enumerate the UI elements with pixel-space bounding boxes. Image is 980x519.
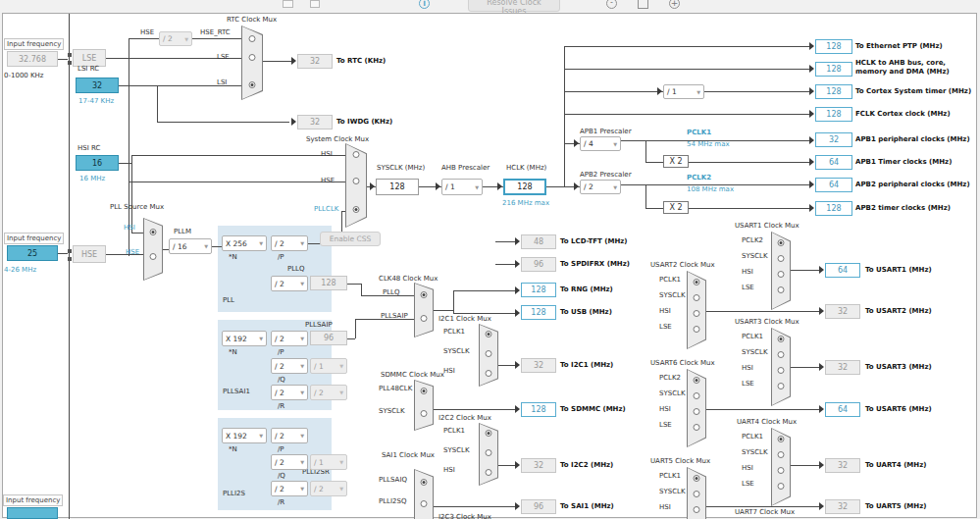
usart1-clock-mux-input-0[interactable] xyxy=(778,239,785,246)
label-usart1-clock-mux: USART1 Clock Mux xyxy=(735,222,799,230)
apb1-timer-multiplier: X 2 xyxy=(663,155,689,168)
usart3-clock-mux-input-1[interactable] xyxy=(778,351,785,358)
wire xyxy=(129,182,345,182)
sdmmc-clock-mux-input-0[interactable] xyxy=(421,388,428,394)
usart2-clock-mux-input-2[interactable] xyxy=(694,310,700,317)
arrowhead xyxy=(515,309,520,317)
plli2s-r-select[interactable]: / 2 xyxy=(271,481,308,496)
system-clock-mux-input-1[interactable] xyxy=(353,178,360,184)
toolbar-icon-2[interactable] xyxy=(310,0,320,8)
pll-source-mux-input-0[interactable] xyxy=(150,229,157,235)
arrowhead xyxy=(515,461,520,469)
label-sysclk: SYSCLK xyxy=(742,252,768,260)
usart6-clock-mux-input-3[interactable] xyxy=(694,424,700,431)
usart2-clock-mux-input-1[interactable] xyxy=(694,294,700,301)
wire xyxy=(131,163,132,233)
sdmmc-clock-mux-input-1[interactable] xyxy=(421,410,428,417)
usart1-clock-mux-input-2[interactable] xyxy=(778,271,785,278)
label-sysclk: SYSCLK xyxy=(659,291,686,299)
usart6-clock-mux-input-2[interactable] xyxy=(694,408,700,415)
pllsai-divq-select: / 1 xyxy=(310,358,347,374)
clk48-clock-mux-input-0[interactable] xyxy=(421,291,428,298)
pll-n-select[interactable]: X 256 xyxy=(222,235,267,251)
pllsai-divq-select-value: / 1 xyxy=(314,362,324,371)
label-hsi: HSI xyxy=(443,466,455,474)
rtc-clock-mux-input-1[interactable] xyxy=(249,54,256,61)
apb1-prescaler-select-value: / 4 xyxy=(584,139,593,148)
pllsai-p-select[interactable]: / 2 xyxy=(271,331,308,346)
cortex-prescaler-select[interactable]: / 1 xyxy=(663,84,704,99)
pllsai-divr-select-value: / 2 xyxy=(314,389,324,397)
label-n: *N xyxy=(229,253,237,261)
usart3-clock-mux-input-2[interactable] xyxy=(778,367,785,374)
arrowhead xyxy=(809,42,814,50)
label-usart6-clock-mux: USART6 Clock Mux xyxy=(650,359,715,367)
zoom-fit-icon[interactable] xyxy=(638,0,648,9)
uart5-clock-mux-input-1[interactable] xyxy=(694,491,700,497)
label-uart4-clock-mux: UART4 Clock Mux xyxy=(737,418,797,426)
plli2s-n-select[interactable]: X 192 xyxy=(222,428,267,443)
hse-oscillator-block[interactable]: HSE xyxy=(73,245,106,263)
resolve-clock-issues-button[interactable]: Resolve Clock Issues xyxy=(468,0,560,12)
usart6-clock-mux-input-0[interactable] xyxy=(694,377,700,384)
wire xyxy=(131,155,132,163)
apb1-prescaler-select[interactable]: / 4 xyxy=(580,136,621,151)
i2c1-clock-mux-input-0[interactable] xyxy=(486,331,492,337)
uart4-clock-mux-input-1[interactable] xyxy=(778,451,785,458)
label-to-iwdg-khz: To IWDG (KHz) xyxy=(336,118,392,126)
i2c2-clock-mux-input-1[interactable] xyxy=(486,449,492,456)
uart5-clock-mux-input-0[interactable] xyxy=(694,475,700,482)
hse-input-freq[interactable]: 25 xyxy=(7,245,58,261)
sai1-clock-mux-input-0[interactable] xyxy=(421,479,428,486)
i2c2-clock-mux-input-0[interactable] xyxy=(486,430,492,437)
toolbar-icon-1[interactable] xyxy=(283,0,293,8)
uart5-clock-mux-input-2[interactable] xyxy=(694,506,700,513)
usart1-clock-mux-input-1[interactable] xyxy=(778,255,785,262)
pll-p-select[interactable]: / 2 xyxy=(271,235,308,251)
hsi-freq-box[interactable]: 16 xyxy=(76,155,119,171)
arrowhead xyxy=(657,87,662,95)
osc-pin xyxy=(68,53,72,57)
i2c2-clock-mux-input-2[interactable] xyxy=(486,469,492,476)
label-pclk1: PCLK1 xyxy=(443,328,465,336)
system-clock-mux-input-0[interactable] xyxy=(353,151,360,158)
rtc-clock-mux-input-2[interactable] xyxy=(249,81,256,88)
plli2s-q-select[interactable]: / 2 xyxy=(271,454,308,470)
pllsai-n-select[interactable]: X 192 xyxy=(222,331,267,346)
usart3-clock-mux-input-0[interactable] xyxy=(778,336,785,342)
lsi-freq-box[interactable]: 32 xyxy=(76,78,119,93)
apb2-prescaler-select[interactable]: / 2 xyxy=(580,180,621,194)
i2c1-clock-mux-input-2[interactable] xyxy=(486,370,492,377)
i2c1-clock-mux-input-1[interactable] xyxy=(486,350,492,357)
uart4-clock-mux xyxy=(771,428,791,506)
wire xyxy=(791,270,819,271)
usart2-clock-mux-input-3[interactable] xyxy=(694,326,700,333)
clk48-clock-mux-input-1[interactable] xyxy=(421,315,428,322)
system-clock-mux-input-2[interactable] xyxy=(353,206,360,213)
usart3-clock-mux-input-3[interactable] xyxy=(778,383,785,389)
rtc-clock-mux-input-0[interactable] xyxy=(249,35,256,42)
usart2-clock-mux-input-0[interactable] xyxy=(694,279,700,285)
plli2s-p-select[interactable]: / 2 xyxy=(271,428,308,443)
usart6-clock-mux-input-1[interactable] xyxy=(694,392,700,399)
usart1-clock-mux-input-3[interactable] xyxy=(778,286,785,293)
label-pllsaip: PLLSAIP xyxy=(381,312,408,320)
uart4-clock-mux-input-3[interactable] xyxy=(778,483,785,490)
hclk-box[interactable]: 128 xyxy=(503,179,546,195)
pllsai-q-select[interactable]: / 2 xyxy=(271,358,308,374)
pllm-select[interactable]: / 16 xyxy=(169,238,212,254)
pllsai-r-select[interactable]: / 2 xyxy=(271,385,308,400)
uart4-clock-mux-input-2[interactable] xyxy=(778,467,785,474)
ahb-prescaler-select[interactable]: / 1 xyxy=(441,179,483,195)
label-q: /Q xyxy=(278,376,285,384)
pll-q-select[interactable]: / 2 xyxy=(271,276,308,291)
arrowhead xyxy=(515,260,520,268)
enable-css-button[interactable]: Enable CSS xyxy=(320,232,381,246)
apb1-periph-box: 32 xyxy=(815,132,852,147)
usart3-clock-mux xyxy=(771,328,791,406)
clock-diagram-layer: LSEHSEInput frequency0-1000 KHzLSI RC17-… xyxy=(0,0,980,519)
uart4-clock-mux-input-0[interactable] xyxy=(778,436,785,442)
input-freq-box-bottom[interactable] xyxy=(7,507,58,519)
pll-source-mux-input-1[interactable] xyxy=(150,253,157,260)
sai1-clock-mux-input-1[interactable] xyxy=(421,500,428,507)
